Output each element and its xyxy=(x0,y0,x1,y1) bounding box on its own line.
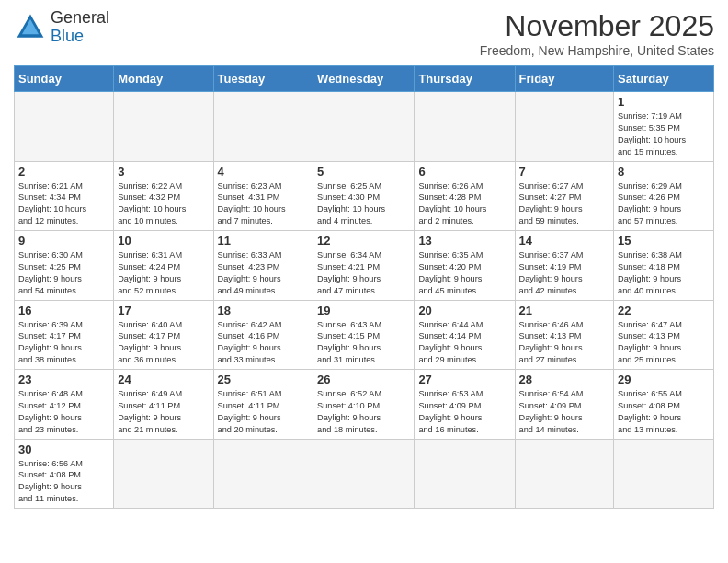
logo-text: General Blue xyxy=(51,9,109,46)
logo: General Blue xyxy=(14,9,109,46)
table-row: 22Sunrise: 6:47 AM Sunset: 4:13 PM Dayli… xyxy=(614,300,714,370)
day-info: Sunrise: 6:47 AM Sunset: 4:13 PM Dayligh… xyxy=(618,319,710,367)
table-row: 12Sunrise: 6:34 AM Sunset: 4:21 PM Dayli… xyxy=(313,231,415,301)
day-number: 4 xyxy=(218,165,310,178)
day-info: Sunrise: 6:23 AM Sunset: 4:31 PM Dayligh… xyxy=(218,180,310,228)
table-row: 17Sunrise: 6:40 AM Sunset: 4:17 PM Dayli… xyxy=(114,300,213,370)
table-row: 15Sunrise: 6:38 AM Sunset: 4:18 PM Dayli… xyxy=(614,231,714,301)
day-info: Sunrise: 6:33 AM Sunset: 4:23 PM Dayligh… xyxy=(218,249,310,297)
table-row xyxy=(114,439,213,509)
table-row: 2Sunrise: 6:21 AM Sunset: 4:34 PM Daylig… xyxy=(15,161,114,231)
week-row-1: 2Sunrise: 6:21 AM Sunset: 4:34 PM Daylig… xyxy=(15,161,714,231)
day-number: 23 xyxy=(18,373,109,386)
day-info: Sunrise: 6:25 AM Sunset: 4:30 PM Dayligh… xyxy=(317,180,410,228)
table-row: 29Sunrise: 6:55 AM Sunset: 4:08 PM Dayli… xyxy=(614,370,714,440)
col-friday: Friday xyxy=(515,66,614,92)
table-row: 16Sunrise: 6:39 AM Sunset: 4:17 PM Dayli… xyxy=(15,300,114,370)
day-number: 11 xyxy=(218,234,310,247)
day-number: 14 xyxy=(519,234,610,247)
table-row: 10Sunrise: 6:31 AM Sunset: 4:24 PM Dayli… xyxy=(114,231,213,301)
table-row: 24Sunrise: 6:49 AM Sunset: 4:11 PM Dayli… xyxy=(114,370,213,440)
day-number: 12 xyxy=(317,234,410,247)
day-number: 9 xyxy=(18,234,109,247)
day-number: 17 xyxy=(118,304,209,317)
title-block: November 2025 Freedom, New Hampshire, Un… xyxy=(480,9,714,58)
logo-icon xyxy=(14,11,47,44)
table-row: 18Sunrise: 6:42 AM Sunset: 4:16 PM Dayli… xyxy=(213,300,313,370)
week-row-3: 16Sunrise: 6:39 AM Sunset: 4:17 PM Dayli… xyxy=(15,300,714,370)
logo-line1: General xyxy=(51,9,109,28)
col-sunday: Sunday xyxy=(15,66,114,92)
table-row xyxy=(515,92,614,162)
col-saturday: Saturday xyxy=(614,66,714,92)
day-info: Sunrise: 6:53 AM Sunset: 4:09 PM Dayligh… xyxy=(418,388,510,436)
day-info: Sunrise: 6:48 AM Sunset: 4:12 PM Dayligh… xyxy=(18,388,109,436)
day-number: 22 xyxy=(618,304,710,317)
day-number: 21 xyxy=(519,304,610,317)
day-info: Sunrise: 6:51 AM Sunset: 4:11 PM Dayligh… xyxy=(218,388,310,436)
day-number: 30 xyxy=(18,442,109,456)
header-row: Sunday Monday Tuesday Wednesday Thursday… xyxy=(15,66,714,92)
calendar: Sunday Monday Tuesday Wednesday Thursday… xyxy=(14,65,714,509)
table-row: 14Sunrise: 6:37 AM Sunset: 4:19 PM Dayli… xyxy=(515,231,614,301)
day-info: Sunrise: 6:44 AM Sunset: 4:14 PM Dayligh… xyxy=(418,319,510,367)
day-info: Sunrise: 6:56 AM Sunset: 4:08 PM Dayligh… xyxy=(18,458,109,506)
day-info: Sunrise: 6:31 AM Sunset: 4:24 PM Dayligh… xyxy=(118,249,209,297)
day-info: Sunrise: 6:39 AM Sunset: 4:17 PM Dayligh… xyxy=(18,319,109,367)
day-info: Sunrise: 6:30 AM Sunset: 4:25 PM Dayligh… xyxy=(18,249,109,297)
day-number: 29 xyxy=(618,373,710,386)
day-number: 1 xyxy=(618,95,710,109)
day-number: 15 xyxy=(618,234,710,247)
table-row xyxy=(515,439,614,509)
week-row-4: 23Sunrise: 6:48 AM Sunset: 4:12 PM Dayli… xyxy=(15,370,714,440)
week-row-2: 9Sunrise: 6:30 AM Sunset: 4:25 PM Daylig… xyxy=(15,231,714,301)
day-info: Sunrise: 6:52 AM Sunset: 4:10 PM Dayligh… xyxy=(317,388,410,436)
table-row: 23Sunrise: 6:48 AM Sunset: 4:12 PM Dayli… xyxy=(15,370,114,440)
table-row: 20Sunrise: 6:44 AM Sunset: 4:14 PM Dayli… xyxy=(415,300,515,370)
table-row: 13Sunrise: 6:35 AM Sunset: 4:20 PM Dayli… xyxy=(415,231,515,301)
table-row: 25Sunrise: 6:51 AM Sunset: 4:11 PM Dayli… xyxy=(213,370,313,440)
day-number: 18 xyxy=(218,304,310,317)
table-row: 5Sunrise: 6:25 AM Sunset: 4:30 PM Daylig… xyxy=(313,161,415,231)
table-row xyxy=(415,439,515,509)
col-tuesday: Tuesday xyxy=(213,66,313,92)
day-number: 5 xyxy=(317,165,410,178)
table-row: 28Sunrise: 6:54 AM Sunset: 4:09 PM Dayli… xyxy=(515,370,614,440)
table-row: 27Sunrise: 6:53 AM Sunset: 4:09 PM Dayli… xyxy=(415,370,515,440)
day-number: 16 xyxy=(18,304,109,317)
table-row: 1Sunrise: 7:19 AM Sunset: 5:35 PM Daylig… xyxy=(614,92,714,162)
table-row: 21Sunrise: 6:46 AM Sunset: 4:13 PM Dayli… xyxy=(515,300,614,370)
day-info: Sunrise: 6:29 AM Sunset: 4:26 PM Dayligh… xyxy=(618,180,710,228)
table-row xyxy=(313,439,415,509)
table-row xyxy=(213,439,313,509)
col-wednesday: Wednesday xyxy=(313,66,415,92)
day-number: 2 xyxy=(18,165,109,178)
day-number: 8 xyxy=(618,165,710,178)
table-row: 7Sunrise: 6:27 AM Sunset: 4:27 PM Daylig… xyxy=(515,161,614,231)
day-info: Sunrise: 6:38 AM Sunset: 4:18 PM Dayligh… xyxy=(618,249,710,297)
page: General Blue November 2025 Freedom, New … xyxy=(0,0,728,563)
day-number: 26 xyxy=(317,373,410,386)
day-number: 27 xyxy=(418,373,510,386)
col-monday: Monday xyxy=(114,66,213,92)
day-info: Sunrise: 6:55 AM Sunset: 4:08 PM Dayligh… xyxy=(618,388,710,436)
table-row: 3Sunrise: 6:22 AM Sunset: 4:32 PM Daylig… xyxy=(114,161,213,231)
table-row xyxy=(114,92,213,162)
day-number: 24 xyxy=(118,373,209,386)
day-number: 25 xyxy=(218,373,310,386)
day-number: 6 xyxy=(418,165,510,178)
day-info: Sunrise: 6:22 AM Sunset: 4:32 PM Dayligh… xyxy=(118,180,209,228)
day-number: 20 xyxy=(418,304,510,317)
table-row: 9Sunrise: 6:30 AM Sunset: 4:25 PM Daylig… xyxy=(15,231,114,301)
table-row xyxy=(415,92,515,162)
day-info: Sunrise: 6:34 AM Sunset: 4:21 PM Dayligh… xyxy=(317,249,410,297)
day-info: Sunrise: 6:46 AM Sunset: 4:13 PM Dayligh… xyxy=(519,319,610,367)
day-info: Sunrise: 6:40 AM Sunset: 4:17 PM Dayligh… xyxy=(118,319,209,367)
table-row: 26Sunrise: 6:52 AM Sunset: 4:10 PM Dayli… xyxy=(313,370,415,440)
week-row-5: 30Sunrise: 6:56 AM Sunset: 4:08 PM Dayli… xyxy=(15,439,714,509)
logo-line2: Blue xyxy=(51,28,109,46)
table-row: 8Sunrise: 6:29 AM Sunset: 4:26 PM Daylig… xyxy=(614,161,714,231)
day-number: 7 xyxy=(519,165,610,178)
day-info: Sunrise: 6:26 AM Sunset: 4:28 PM Dayligh… xyxy=(418,180,510,228)
day-info: Sunrise: 6:35 AM Sunset: 4:20 PM Dayligh… xyxy=(418,249,510,297)
